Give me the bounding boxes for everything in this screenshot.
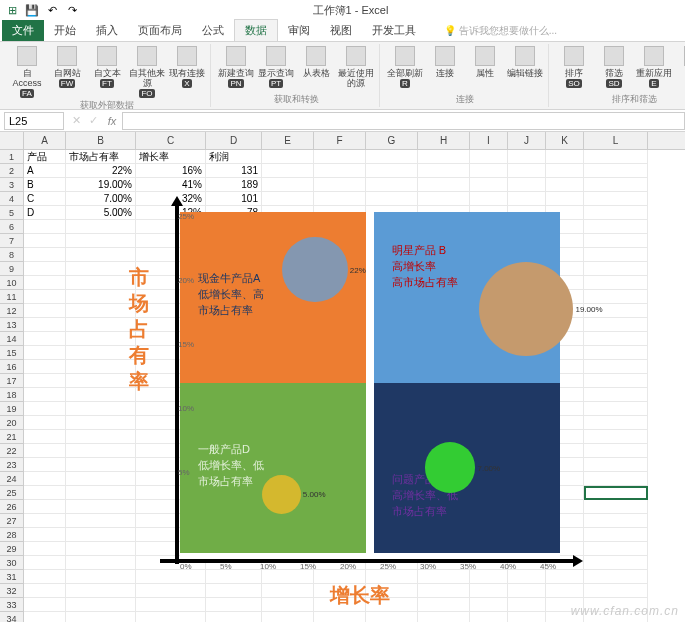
tab-review[interactable]: 审阅 xyxy=(278,20,320,41)
cell-A25[interactable] xyxy=(24,486,66,500)
cell-L19[interactable] xyxy=(584,402,648,416)
cell-B25[interactable] xyxy=(66,486,136,500)
ribbon-筛选[interactable]: 筛选SD xyxy=(595,44,633,88)
row-header-30[interactable]: 30 xyxy=(0,556,24,570)
cell-B9[interactable] xyxy=(66,262,136,276)
cell-B22[interactable] xyxy=(66,444,136,458)
cell-A32[interactable] xyxy=(24,584,66,598)
cell-B7[interactable] xyxy=(66,234,136,248)
cell-B30[interactable] xyxy=(66,556,136,570)
cell-L30[interactable] xyxy=(584,556,648,570)
cell-B14[interactable] xyxy=(66,332,136,346)
cell-D34[interactable] xyxy=(206,612,262,622)
cell-L17[interactable] xyxy=(584,374,648,388)
cell-J1[interactable] xyxy=(508,150,546,164)
cell-A11[interactable] xyxy=(24,290,66,304)
cell-B33[interactable] xyxy=(66,598,136,612)
cell-L15[interactable] xyxy=(584,346,648,360)
cell-A28[interactable] xyxy=(24,528,66,542)
cell-L9[interactable] xyxy=(584,262,648,276)
tab-file[interactable]: 文件 xyxy=(2,20,44,41)
ribbon-编辑链接[interactable]: 编辑链接 xyxy=(506,44,544,78)
bcg-matrix-chart[interactable]: 市场占有率 现金牛产品A低增长率、高市场占有率明星产品 B高增长率高市场占有率一… xyxy=(130,204,575,604)
ribbon-从表格[interactable]: 从表格 xyxy=(297,44,335,78)
row-header-17[interactable]: 17 xyxy=(0,374,24,388)
cell-L1[interactable] xyxy=(584,150,648,164)
cell-B12[interactable] xyxy=(66,304,136,318)
fx-icon[interactable]: fx xyxy=(102,115,122,127)
cell-A20[interactable] xyxy=(24,416,66,430)
cell-L24[interactable] xyxy=(584,472,648,486)
row-header-20[interactable]: 20 xyxy=(0,416,24,430)
row-header-14[interactable]: 14 xyxy=(0,332,24,346)
redo-icon[interactable]: ↷ xyxy=(64,2,80,18)
cell-L3[interactable] xyxy=(584,178,648,192)
cell-I1[interactable] xyxy=(470,150,508,164)
cell-G3[interactable] xyxy=(366,178,418,192)
cell-I3[interactable] xyxy=(470,178,508,192)
bubble-D[interactable] xyxy=(262,475,301,514)
cell-C2[interactable]: 16% xyxy=(136,164,206,178)
cell-H34[interactable] xyxy=(418,612,470,622)
row-header-4[interactable]: 4 xyxy=(0,192,24,206)
cell-A10[interactable] xyxy=(24,276,66,290)
cell-K2[interactable] xyxy=(546,164,584,178)
col-header-J[interactable]: J xyxy=(508,132,546,149)
cell-B2[interactable]: 22% xyxy=(66,164,136,178)
ribbon-高级[interactable]: 高级Y2 xyxy=(675,44,685,88)
ribbon-自网站[interactable]: 自网站FW xyxy=(48,44,86,88)
ribbon-现有连接[interactable]: 现有连接X xyxy=(168,44,206,88)
cell-B21[interactable] xyxy=(66,430,136,444)
row-header-21[interactable]: 21 xyxy=(0,430,24,444)
cell-A6[interactable] xyxy=(24,220,66,234)
row-header-9[interactable]: 9 xyxy=(0,262,24,276)
cell-A21[interactable] xyxy=(24,430,66,444)
cell-A14[interactable] xyxy=(24,332,66,346)
row-header-25[interactable]: 25 xyxy=(0,486,24,500)
cell-B29[interactable] xyxy=(66,542,136,556)
col-header-H[interactable]: H xyxy=(418,132,470,149)
row-header-18[interactable]: 18 xyxy=(0,388,24,402)
cell-B27[interactable] xyxy=(66,514,136,528)
cell-F1[interactable] xyxy=(314,150,366,164)
cell-D2[interactable]: 131 xyxy=(206,164,262,178)
cell-A18[interactable] xyxy=(24,388,66,402)
cell-E3[interactable] xyxy=(262,178,314,192)
ribbon-显示查询[interactable]: 显示查询PT xyxy=(257,44,295,88)
cell-E2[interactable] xyxy=(262,164,314,178)
ribbon-排序[interactable]: 排序SO xyxy=(555,44,593,88)
cell-J2[interactable] xyxy=(508,164,546,178)
ribbon-自 Access[interactable]: 自 AccessFA xyxy=(8,44,46,98)
cell-B31[interactable] xyxy=(66,570,136,584)
cell-H3[interactable] xyxy=(418,178,470,192)
cell-A9[interactable] xyxy=(24,262,66,276)
col-header-I[interactable]: I xyxy=(470,132,508,149)
cell-A2[interactable]: A xyxy=(24,164,66,178)
cell-B13[interactable] xyxy=(66,318,136,332)
row-header-1[interactable]: 1 xyxy=(0,150,24,164)
cell-L14[interactable] xyxy=(584,332,648,346)
cell-A24[interactable] xyxy=(24,472,66,486)
ribbon-新建查询[interactable]: 新建查询PN xyxy=(217,44,255,88)
ribbon-属性[interactable]: 属性 xyxy=(466,44,504,78)
name-box[interactable]: L25 xyxy=(4,112,64,130)
cell-F2[interactable] xyxy=(314,164,366,178)
row-header-6[interactable]: 6 xyxy=(0,220,24,234)
cell-L20[interactable] xyxy=(584,416,648,430)
undo-icon[interactable]: ↶ xyxy=(44,2,60,18)
cell-L18[interactable] xyxy=(584,388,648,402)
col-header-E[interactable]: E xyxy=(262,132,314,149)
row-header-19[interactable]: 19 xyxy=(0,402,24,416)
cell-L13[interactable] xyxy=(584,318,648,332)
row-header-5[interactable]: 5 xyxy=(0,206,24,220)
cell-B17[interactable] xyxy=(66,374,136,388)
cell-G1[interactable] xyxy=(366,150,418,164)
cell-B20[interactable] xyxy=(66,416,136,430)
row-header-10[interactable]: 10 xyxy=(0,276,24,290)
cell-A34[interactable] xyxy=(24,612,66,622)
cell-A16[interactable] xyxy=(24,360,66,374)
cell-L23[interactable] xyxy=(584,458,648,472)
select-all-corner[interactable] xyxy=(0,132,24,149)
col-header-B[interactable]: B xyxy=(66,132,136,149)
cell-L4[interactable] xyxy=(584,192,648,206)
